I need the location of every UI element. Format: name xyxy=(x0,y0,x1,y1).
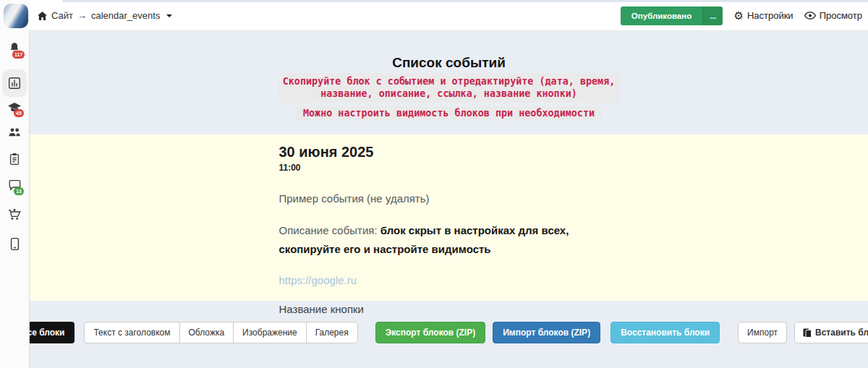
block-type-group: Текст с заголовком Обложка Изображение Г… xyxy=(84,322,357,343)
main-content: Список событий Скопируйте блок с событие… xyxy=(30,31,868,368)
event-block[interactable]: 30 июня 2025 11:00 Пример события (не уд… xyxy=(30,134,868,301)
block-type-gallery-button[interactable]: Галерея xyxy=(306,322,358,343)
breadcrumb-page[interactable]: calendar_events xyxy=(91,10,160,21)
eye-icon xyxy=(804,12,816,20)
event-description-label: Описание события: xyxy=(279,224,380,236)
messages-badge: 13 xyxy=(14,187,24,195)
event-description: Описание события: блок скрыт в настройка… xyxy=(279,221,619,260)
preview-button[interactable]: Просмотр xyxy=(804,10,862,21)
paste-block-label: Вставить блок xyxy=(815,328,868,338)
bar-chart-icon xyxy=(8,77,21,90)
block-type-text-heading-button[interactable]: Текст с заголовком xyxy=(84,322,179,343)
note-instruction: Скопируйте блок с событием и отредактиру… xyxy=(278,73,620,103)
block-type-image-button[interactable]: Изображение xyxy=(233,322,307,343)
smartphone-icon xyxy=(10,237,20,251)
sidebar: 117 45 13 xyxy=(0,0,29,368)
sidebar-divider xyxy=(29,31,30,368)
paste-icon xyxy=(803,328,812,338)
page-title: Список событий xyxy=(30,55,868,71)
preview-label: Просмотр xyxy=(820,10,862,21)
sidebar-item-stats-active[interactable] xyxy=(2,69,27,97)
breadcrumb[interactable]: Сайт → calendar_events xyxy=(38,0,172,31)
blocks-toolbar: Все блоки Текст с заголовком Обложка Изо… xyxy=(30,322,868,343)
sidebar-item-mobile[interactable] xyxy=(0,237,29,251)
block-type-cover-button[interactable]: Обложка xyxy=(179,322,234,343)
paste-block-button[interactable]: Вставить блок xyxy=(794,322,868,343)
clipboard-icon xyxy=(9,153,20,166)
education-badge: 45 xyxy=(14,109,24,117)
topbar: Сайт → calendar_events Опубликовано ... … xyxy=(0,0,868,31)
chevron-down-icon xyxy=(166,14,172,17)
home-icon xyxy=(38,12,47,20)
top-scroll-strip xyxy=(62,0,868,2)
settings-label: Настройки xyxy=(747,10,793,21)
publish-more-button[interactable]: ... xyxy=(702,7,723,25)
sidebar-item-users[interactable] xyxy=(0,127,29,137)
event-link[interactable]: https://google.ru xyxy=(279,274,357,286)
event-name: Пример события (не удалять) xyxy=(279,192,619,205)
breadcrumb-arrow: → xyxy=(77,10,87,21)
event-date: 30 июня 2025 xyxy=(279,144,619,161)
topbar-actions: Опубликовано ... ⚙ Настройки Просмотр xyxy=(621,0,862,31)
event-inner: 30 июня 2025 11:00 Пример события (не уд… xyxy=(279,144,619,316)
event-button-name: Название кнопки xyxy=(279,303,619,315)
sidebar-item-store[interactable] xyxy=(0,208,29,221)
notes: Скопируйте блок с событием и отредактиру… xyxy=(30,71,868,120)
gear-icon: ⚙ xyxy=(733,10,743,21)
notifications-badge: 117 xyxy=(12,51,25,59)
breadcrumb-site[interactable]: Сайт xyxy=(51,10,73,21)
cart-icon xyxy=(8,208,21,221)
note-visibility: Можно настроить видимость блоков при нео… xyxy=(296,106,602,120)
import-button[interactable]: Импорт xyxy=(738,322,787,343)
avatar[interactable] xyxy=(4,4,28,28)
app-window: Сайт → calendar_events Опубликовано ... … xyxy=(0,0,868,368)
event-time: 11:00 xyxy=(279,163,619,173)
settings-button[interactable]: ⚙ Настройки xyxy=(733,10,793,21)
people-icon xyxy=(8,127,21,137)
import-blocks-zip-button[interactable]: Импорт блоков (ZIP) xyxy=(493,322,600,343)
publish-button-group: Опубликовано ... xyxy=(621,7,723,25)
restore-blocks-button[interactable]: Восстановить блоки xyxy=(610,322,720,343)
publish-button[interactable]: Опубликовано xyxy=(621,7,702,25)
export-blocks-zip-button[interactable]: Экспорт блоков (ZIP) xyxy=(375,322,485,343)
sidebar-item-orders[interactable] xyxy=(0,153,29,166)
